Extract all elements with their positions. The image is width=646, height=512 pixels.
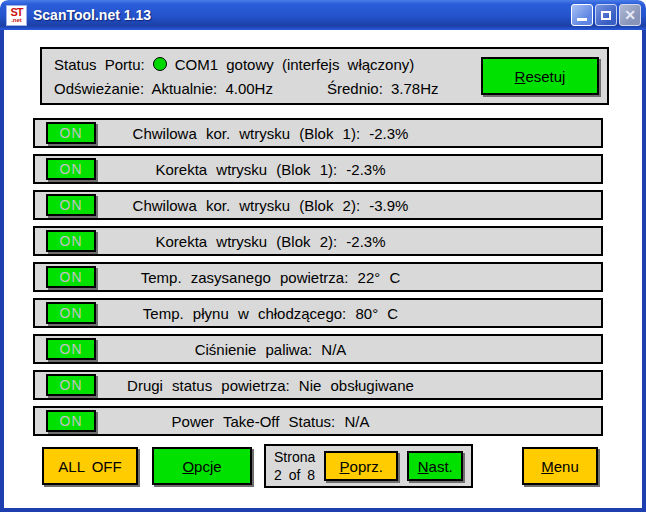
sensor-row: ON Drugi status powietrza: Nie obsługiwa… [33,370,603,400]
titlebar[interactable]: ST .net ScanTool.net 1.13 ✕ [0,0,646,30]
sensor-rows: ON Chwilowa kor. wtrysku (Blok 1): -2.3%… [33,118,642,436]
sensor-row: ON Chwilowa kor. wtrysku (Blok 1): -2.3% [33,118,603,148]
sensor-label: Chwilowa kor. wtrysku (Blok 1): -2.3% [105,125,436,142]
all-off-button[interactable]: ALL OFF [42,447,138,485]
footer-bar: ALL OFF Opcje Strona 2 of 8 Poprz. Nast.… [42,444,598,488]
app-window: ST .net ScanTool.net 1.13 ✕ Status Portu… [0,0,646,512]
close-icon: ✕ [624,8,636,22]
port-status-label: Status Portu: [54,56,145,73]
sensor-label: Temp. płynu w chłodzącego: 80° C [105,305,436,322]
sensor-toggle-button[interactable]: ON [46,410,96,432]
refresh-rate-text: Odświeżanie: Aktualnie: 4.00Hz [54,80,273,97]
maximize-button[interactable] [595,4,617,26]
sensor-label: Korekta wtrysku (Blok 1): -2.3% [105,161,436,178]
prev-page-button-label: Poprz. [340,458,383,475]
sensor-row: ON Chwilowa kor. wtrysku (Blok 2): -3.9% [33,190,603,220]
page-number: 2 of 8 [274,466,315,484]
sensor-toggle-button[interactable]: ON [46,302,96,324]
status-panel: Status Portu: COM1 gotowy (interfejs włą… [40,47,609,105]
sensor-label: Korekta wtrysku (Blok 2): -2.3% [105,233,436,250]
sensor-toggle-button[interactable]: ON [46,374,96,396]
app-icon-text: ST [10,7,22,17]
sensor-toggle-button[interactable]: ON [46,230,96,252]
sensor-label: Temp. zasysanego powietrza: 22° C [105,269,436,286]
next-page-button[interactable]: Nast. [407,451,463,481]
reset-button-label: Resetuj [515,68,566,85]
port-status-line: Status Portu: COM1 gotowy (interfejs włą… [54,56,473,73]
maximize-icon [601,11,611,20]
sensor-row: ON Power Take-Off Status: N/A [33,406,603,436]
next-page-button-label: Nast. [418,458,453,475]
minimize-icon [577,18,587,21]
options-button[interactable]: Opcje [152,447,252,485]
page-indicator-group: Strona 2 of 8 Poprz. Nast. [264,444,473,488]
minimize-button[interactable] [571,4,593,26]
sensor-toggle-button[interactable]: ON [46,122,96,144]
reset-button[interactable]: Resetuj [481,57,599,95]
sensor-label: Power Take-Off Status: N/A [105,413,436,430]
prev-page-button[interactable]: Poprz. [324,451,398,481]
window-title: ScanTool.net 1.13 [33,7,151,23]
average-rate-text: Średnio: 3.78Hz [327,80,439,97]
page-word: Strona [274,448,315,466]
close-button[interactable]: ✕ [619,4,641,26]
sensor-row: ON Korekta wtrysku (Blok 1): -2.3% [33,154,603,184]
sensor-label: Ciśnienie paliwa: N/A [105,341,436,358]
sensor-row: ON Ciśnienie paliwa: N/A [33,334,603,364]
app-icon: ST .net [6,5,27,26]
sensor-row: ON Korekta wtrysku (Blok 2): -2.3% [33,226,603,256]
menu-button-label: Menu [541,458,579,475]
port-status-indicator-icon [153,57,167,71]
status-text-block: Status Portu: COM1 gotowy (interfejs włą… [54,56,473,97]
port-status-value: COM1 gotowy (interfejs włączony) [175,56,415,73]
menu-button[interactable]: Menu [522,447,598,485]
all-off-button-label: ALL OFF [58,458,121,475]
window-body: Status Portu: COM1 gotowy (interfejs włą… [0,30,646,512]
sensor-row: ON Temp. zasysanego powietrza: 22° C [33,262,603,292]
refresh-rate-line: Odświeżanie: Aktualnie: 4.00Hz Średnio: … [54,80,473,97]
window-controls: ✕ [571,4,641,26]
sensor-label: Drugi status powietrza: Nie obsługiwane [105,377,436,394]
app-icon-subtext: .net [11,17,22,23]
sensor-toggle-button[interactable]: ON [46,194,96,216]
sensor-toggle-button[interactable]: ON [46,158,96,180]
sensor-toggle-button[interactable]: ON [46,338,96,360]
sensor-row: ON Temp. płynu w chłodzącego: 80° C [33,298,603,328]
sensor-toggle-button[interactable]: ON [46,266,96,288]
options-button-label: Opcje [182,458,221,475]
page-indicator: Strona 2 of 8 [274,448,315,484]
sensor-label: Chwilowa kor. wtrysku (Blok 2): -3.9% [105,197,436,214]
